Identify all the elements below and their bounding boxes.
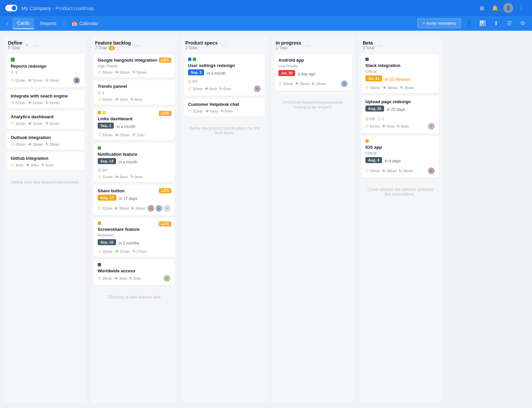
metric-time: ⏱3 (11, 71, 17, 75)
card-avatars: D (254, 85, 261, 92)
column-ps-menu[interactable]: ⋯ (219, 42, 228, 49)
card-footer: ⏱ 51min 👁 0min ↻ 0min F (365, 123, 435, 130)
m3: ↻ 0min (130, 175, 143, 179)
column-beta-menu[interactable]: ⋯ (376, 42, 384, 49)
card-search-engine[interactable]: Integrate with seach engine ⏱ 51min 👁 51… (7, 90, 84, 108)
card-notification-feature[interactable]: Notification feature Sep, 14 in a month … (94, 143, 175, 182)
more-icon[interactable]: ⋮ (516, 3, 527, 13)
card-reports-redesign[interactable]: Reports redesign ⏱3 ⏱ 51min 👁 51min ↻ 34… (7, 54, 84, 87)
card-github-integration[interactable]: Github integration ⏱ 3min 👁 3min ↻ 3min (7, 152, 84, 171)
date-row: Jul, 31 in 23 minutes (365, 75, 435, 83)
card-user-settings-redesign[interactable]: User settings redesign Sep, 3 in a month… (184, 54, 265, 96)
card-upload-page-redesign[interactable]: Upload page redesign Aug, 25 in 25 days … (361, 96, 439, 133)
m3: ↻ 34min (312, 82, 326, 86)
filter-icon[interactable]: ☰ (504, 18, 515, 29)
late-badge: LATE (159, 58, 171, 63)
card-title: Upload page redesign (365, 99, 435, 104)
calendar-label: Calendar (79, 21, 98, 26)
card-time-row: ⏱ 31min 👁 0min ↻ 0min (188, 109, 261, 113)
metric-1: ⏱ 51min (11, 101, 25, 105)
bell-icon[interactable]: 🔔 (490, 3, 501, 13)
checklist: ☑ 3 (98, 91, 104, 95)
column-fb-menu[interactable]: ⋯ (133, 42, 141, 49)
card-time-row: ⏱ 51min 👁 51min ↻ 51min (11, 100, 80, 105)
late-badge: LATE (159, 111, 171, 116)
card-worldwide-access[interactable]: Worldwide access ⏱ 28min 👁 3min ↻ 3min C (94, 260, 175, 285)
tag-blue (188, 58, 191, 61)
card-title: Analytics dashboard (11, 114, 80, 119)
tab-cards[interactable]: Cards (12, 18, 34, 29)
top-nav-icons: ⊞ 🔔 👤 ⋮ (476, 3, 527, 13)
card-title: Outlook integration (11, 135, 80, 140)
card-customer-helpdesk[interactable]: Customer Helpdesk chat ⏱ 31min 👁 0min ↻ … (184, 98, 265, 117)
card-outlook-integration[interactable]: Outlook integration ⏱ 28min 👁 28min ↻ 28… (7, 132, 84, 150)
column-ip-menu[interactable]: ⋯ (303, 42, 311, 49)
m1: ⏱ 53min (98, 133, 112, 137)
m2: 👁 50min (115, 70, 130, 74)
card-time-row: ⏱ 32min 👁 27min ↻ 27min (98, 249, 171, 254)
m3: ↻ 3min (129, 276, 141, 281)
sub-nav-left: ‹ Cards Reports 📅 Calendar (4, 18, 416, 29)
invite-members-button[interactable]: + Invite members (418, 18, 461, 28)
column-feature-backlog: Feature backlog 7 Total 4 ⋯ LATE Google … (91, 36, 177, 403)
column-ps-cards: User settings redesign Sep, 3 in a month… (181, 53, 268, 403)
card-title: Worldwide access (98, 268, 171, 273)
card-title: Android app (278, 58, 348, 63)
m1: ⏱ 53min (278, 82, 293, 86)
m2: 👁 0min (115, 175, 128, 179)
column-define-title: Define (8, 40, 22, 46)
back-button[interactable]: ‹ (4, 19, 11, 27)
card-links-dashboard[interactable]: LATE Links dashboard Sep, 2 in a month ⏱… (94, 108, 175, 140)
card-subtitle: Critical (365, 69, 435, 73)
date-row: Aug, 25 in 25 days (365, 106, 435, 114)
column-beta: Beta 3 Total ⋯ Slack integration Critica… (359, 36, 442, 403)
card-ios-app[interactable]: IOS app Critical Aug, 4 in 4 days ⏱ 53mi… (361, 136, 439, 178)
card-title: IOS app (365, 145, 435, 150)
chart-icon[interactable]: 📊 (477, 18, 488, 29)
card-checklist-row: ☑ 0/5 ☐ 1 (365, 116, 435, 121)
card-subtitle: Retention (98, 233, 171, 237)
add-card-button[interactable]: + (24, 42, 30, 49)
card-screenshare[interactable]: LATE Screenshare feature Retention Sep, … (94, 218, 175, 257)
card-share-button[interactable]: LATE Share button Aug, 17 in 17 days ⏱ 5… (94, 185, 175, 215)
card-time-row: ⏱ 31min 👁 31min ↻ 31min (11, 121, 80, 126)
card-trends-pannel[interactable]: Trends pannel ☑ 3 ⏱ 52min 👁 1min ↻ 0min (94, 80, 175, 105)
date-text: in 2 months (119, 241, 140, 246)
date-text: in a month (207, 71, 226, 76)
date-badge: Jul, 30 (278, 70, 295, 76)
tag-orange (98, 111, 101, 114)
card-footer: ⏱ 52min 👁 33min ↻ 33min A B +1 (98, 205, 171, 212)
card-metrics: ⏱3 (11, 71, 80, 75)
card-title: User settings redesign (188, 63, 261, 68)
column-fb-count: 7 Total (95, 46, 107, 50)
m3: ↻ 0min (219, 87, 232, 91)
column-ip-header: In progress 1 Total ⋯ (272, 36, 355, 53)
card-android-app[interactable]: Android app Low Priority Jul, 30 a day a… (274, 54, 352, 91)
settings-icon[interactable]: ⚙ (517, 18, 528, 29)
card-slack-integration[interactable]: Slack integration Critical Jul, 31 in 23… (361, 54, 439, 93)
card-title: Slack integration (365, 63, 435, 68)
card-analytics-dashboard[interactable]: Analytics dashboard ⏱ 31min 👁 31min ↻ 31… (7, 111, 84, 129)
card-title: Reports redesign (11, 64, 80, 69)
tab-reports[interactable]: Reports (35, 18, 61, 29)
tag-green (98, 146, 101, 150)
m1: ⏱ 32min (98, 250, 112, 254)
export-icon[interactable]: ⬆ (491, 18, 501, 29)
date-badge: Sep, 16 (98, 239, 116, 245)
calendar-tab[interactable]: 📅 Calendar (67, 18, 103, 29)
metric-2: 👁 51min (28, 101, 43, 105)
m3: ↻ 0min (397, 124, 409, 129)
person-icon[interactable]: 👤 (464, 18, 474, 29)
date-badge: Aug, 25 (365, 106, 384, 112)
m1: ⏱ 28min (98, 276, 112, 280)
card-title: Screenshare feature (98, 227, 171, 232)
column-menu-button[interactable]: ⋯ (31, 42, 39, 49)
date-badge: Aug, 17 (98, 195, 116, 201)
user-avatar[interactable]: 👤 (503, 3, 513, 13)
card-google-hangouts[interactable]: LATE Google hangouts integration High Pr… (94, 54, 175, 78)
grid-icon[interactable]: ⊞ (476, 3, 487, 13)
m1: ⏱ 52min (188, 87, 203, 91)
card-checklist2: ☐ 1 (377, 117, 384, 121)
late-badge: LATE (159, 188, 171, 193)
column-fb-badge: 4 (109, 46, 115, 50)
